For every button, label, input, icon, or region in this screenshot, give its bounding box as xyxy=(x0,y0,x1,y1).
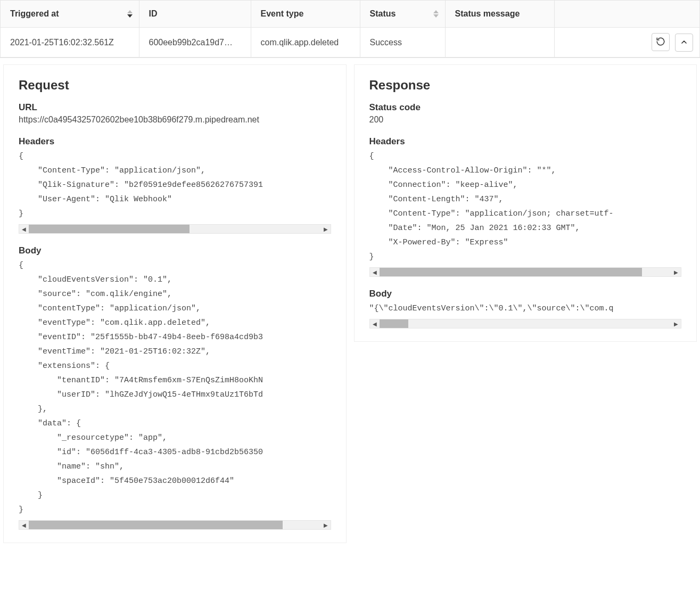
scroll-left-icon[interactable]: ◀ xyxy=(19,226,29,232)
request-headers-code: { "Content-Type": "application/json", "Q… xyxy=(19,149,331,221)
chevron-up-icon xyxy=(680,38,688,48)
request-body-label: Body xyxy=(19,245,331,256)
cell-triggered-at: 2021-01-25T16:02:32.561Z xyxy=(1,28,139,58)
table-row[interactable]: 2021-01-25T16:02:32.561Z 600eeb99b2ca19d… xyxy=(1,28,699,58)
scroll-left-icon[interactable]: ◀ xyxy=(19,522,29,528)
collapse-button[interactable] xyxy=(675,34,693,52)
response-headers-label: Headers xyxy=(369,136,682,147)
cell-status-message xyxy=(445,28,554,58)
status-code-label: Status code xyxy=(369,102,682,113)
col-event-type-label: Event type xyxy=(261,9,304,18)
url-label: URL xyxy=(19,102,331,113)
table-header-row: Triggered at ID Event type Status xyxy=(1,1,699,28)
request-headers-scrollbar[interactable]: ◀ ▶ xyxy=(19,224,331,234)
scroll-left-icon[interactable]: ◀ xyxy=(370,321,380,327)
cell-event-type: com.qlik.app.deleted xyxy=(251,28,360,58)
url-value: https://c0a4954325702602bee10b38b696f279… xyxy=(19,115,331,125)
col-status-message[interactable]: Status message xyxy=(445,1,554,28)
scroll-right-icon[interactable]: ▶ xyxy=(671,269,681,275)
col-status[interactable]: Status xyxy=(360,1,445,28)
sort-icon[interactable] xyxy=(127,10,133,18)
cell-status: Success xyxy=(360,28,445,58)
request-title: Request xyxy=(19,78,331,93)
request-panel: Request URL https://c0a4954325702602bee1… xyxy=(3,64,347,543)
col-id-label: ID xyxy=(149,9,158,18)
response-headers-scrollbar[interactable]: ◀ ▶ xyxy=(369,267,682,277)
resend-button[interactable] xyxy=(652,33,670,51)
status-code-value: 200 xyxy=(369,115,682,125)
request-body-code: { "cloudEventsVersion": "0.1", "source":… xyxy=(19,258,331,517)
deliveries-table: Triggered at ID Event type Status xyxy=(0,0,700,58)
response-body-code: "{\"cloudEventsVersion\":\"0.1\",\"sourc… xyxy=(369,301,682,316)
col-event-type[interactable]: Event type xyxy=(251,1,360,28)
response-headers-code: { "Access-Control-Allow-Origin": "*", "C… xyxy=(369,149,682,264)
cell-actions xyxy=(554,28,699,58)
response-title: Response xyxy=(369,78,682,93)
sort-icon[interactable] xyxy=(433,10,439,18)
response-body-label: Body xyxy=(369,289,682,299)
col-triggered-at-label: Triggered at xyxy=(10,9,59,18)
col-id[interactable]: ID xyxy=(139,1,251,28)
scroll-right-icon[interactable]: ▶ xyxy=(321,522,331,528)
scroll-right-icon[interactable]: ▶ xyxy=(671,321,681,327)
detail-panels: Request URL https://c0a4954325702602bee1… xyxy=(0,58,700,549)
col-status-label: Status xyxy=(370,9,396,18)
scroll-left-icon[interactable]: ◀ xyxy=(370,269,380,275)
response-panel: Response Status code 200 Headers { "Acce… xyxy=(354,64,697,342)
col-status-message-label: Status message xyxy=(455,9,520,18)
scroll-right-icon[interactable]: ▶ xyxy=(321,226,331,232)
col-actions xyxy=(554,1,699,28)
refresh-icon xyxy=(656,37,665,48)
cell-id: 600eeb99b2ca19d7… xyxy=(139,28,251,58)
request-body-scrollbar[interactable]: ◀ ▶ xyxy=(19,520,331,530)
col-triggered-at[interactable]: Triggered at xyxy=(1,1,139,28)
request-headers-label: Headers xyxy=(19,136,331,147)
response-body-scrollbar[interactable]: ◀ ▶ xyxy=(369,319,682,328)
